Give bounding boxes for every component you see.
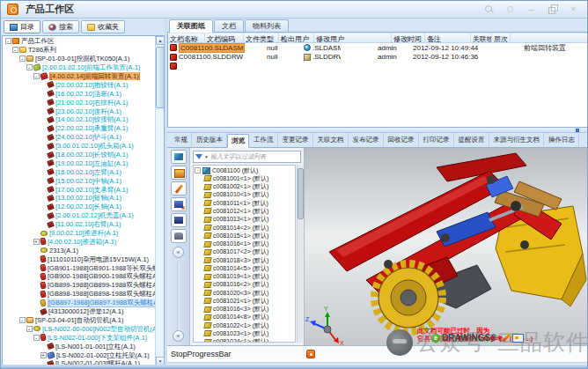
component-row[interactable]: c0081011<1> (默认) [195,199,294,207]
tree-item[interactable]: [11.00.02.10]右臂(A.1) [3,220,164,229]
component-row[interactable]: c0081001<1> (默认) [195,174,294,182]
workspace-tab[interactable]: 搜索 [42,20,79,33]
tree-item[interactable]: [20.00.02.10]抱铰钳(A.1) [3,80,164,89]
column-header[interactable]: 修改用户 [314,33,392,42]
tree-item[interactable]: - [2.00.01.02.10]前端工作装置(A.1) [3,63,164,72]
collapse-left-icon[interactable]: « [173,247,184,258]
column-header[interactable]: 修改时间 [392,33,425,42]
tree-item[interactable]: + [4.00.02.10]推进箱(A.1) [3,237,164,246]
tree-item[interactable]: [GB899-1988]GB899-1988双头螺柱A型 [3,281,164,290]
tree-item[interactable]: + [LS-N002-01-002]立柱托架(A.1) [3,351,164,359]
expand-toggle[interactable]: - [19,55,26,62]
column-header[interactable]: 检出用户 [279,33,314,42]
component-row[interactable]: c0081015<1> (默认) [195,232,294,240]
document-tab[interactable]: 文档 [214,19,244,32]
column-header[interactable]: 关联物料 [471,33,492,42]
markup-pencil-icon[interactable] [171,181,187,196]
close-icon[interactable]: × [569,4,578,14]
components-scrollbar[interactable] [297,165,303,343]
component-row[interactable]: c0081020<3> (默认) [195,289,294,297]
scroll-thumb[interactable] [298,168,304,219]
detail-tab[interactable]: 变更记录 [278,133,313,147]
tree-item[interactable]: [3.00.01.02.10]机头箱(A.1) [3,142,164,151]
component-row[interactable]: c0081013<1> (默认) [195,216,294,224]
tree-item[interactable]: [15.00.02.10]中轴(A.1) [3,176,164,185]
detail-tab[interactable]: 回收记录 [384,133,419,147]
component-row[interactable]: c0081014<2> (默认) [195,224,294,232]
expand-toggle[interactable]: - [33,73,40,79]
tree-item[interactable]: [21.00.02.10]右摆杆(A.1) [3,98,164,107]
expand-toggle[interactable]: - [19,317,26,323]
table-row[interactable] [168,62,587,71]
tree-item[interactable]: [23.00.02.10]连杆(A.1) [3,107,164,115]
tree-item[interactable]: [17.00.02.10]支承臂(A.1) [3,185,164,194]
tree-item[interactable]: [24.00.02.10]铲斗(A.1) [3,133,164,142]
scroll-thumb[interactable] [156,47,165,108]
tree-item[interactable]: [4313000012]弹垫12(A.1) [3,307,164,316]
component-row[interactable]: c0081016<2> (默认) [195,281,294,289]
splitter-handle-icon[interactable] [576,129,579,132]
document-tab[interactable]: 关联图纸 [169,19,213,33]
component-row[interactable]: c0081021<1> (默认) [195,297,294,305]
tree-item[interactable]: - [4.00.02.14]前端回转装置(A.1) [3,72,164,81]
component-row[interactable]: c0081012<1> (默认) [195,207,294,215]
tree-item[interactable]: [19.00.02.10]左油缸(A.1) [3,159,164,167]
tree-item[interactable]: [13.00.02.10]短轴(A.1) [3,194,164,203]
detail-tab[interactable]: 操作日志 [544,133,579,147]
views-icon[interactable] [171,166,187,180]
tree-item[interactable]: - 产品工作区 [3,37,164,46]
expand-toggle[interactable]: + [40,352,47,358]
filter-input[interactable]: ▼ 输入文字以过滤列表 [193,151,301,163]
collapse-bottom-icon[interactable]: « [173,330,184,342]
tree-item[interactable]: [GB898-1988]GB898-1988双头螺柱A型 [3,290,164,299]
expand-toggle[interactable]: + [33,239,40,245]
components-icon[interactable] [171,213,187,227]
restore-icon[interactable] [548,4,557,14]
workspace-tab[interactable]: 收藏夹 [81,20,125,33]
gear-icon[interactable] [505,4,515,14]
expand-toggle[interactable]: - [5,38,11,44]
detail-tab[interactable]: 来源与衍生文档 [489,133,545,147]
column-header[interactable]: 备注 [425,33,471,42]
detail-tab[interactable]: 历史版本 [192,133,227,147]
component-row[interactable]: c0081014<5> (默认) [195,264,294,272]
component-row[interactable]: c0081019<1> (默认) [195,272,294,280]
component-row[interactable]: c0081017<2> (默认) [195,248,294,256]
tree-scrollbar[interactable]: ▲ ▼ [155,36,164,365]
document-tab[interactable]: 物料列表 [245,19,289,32]
tree-item[interactable]: [22.00.02.10]承重臂(A.1) [3,124,164,133]
component-row[interactable]: c0081010<1> (默认) [195,191,294,199]
tree-item[interactable]: [14.00.02.10]铰接销(A.1) [3,115,164,124]
tree-item[interactable]: - T286系列 [3,46,164,55]
tree-item[interactable]: [GB901-1988]GB901-1988等长双头螺柱(A.1) [3,263,164,272]
column-header[interactable]: 层次 [492,33,511,42]
tree-item[interactable]: [16.00.02.10]活塞(A.1) [3,89,164,98]
column-header[interactable]: 文档编码 [205,33,244,42]
tree-item[interactable]: - [LS-N002-00-000]N002型自动切管机(A.1) [3,324,164,333]
tree-item[interactable]: [GB897-1988]GB897-1988双头螺柱A型 [3,299,164,307]
measure-icon[interactable] [171,197,187,211]
search-icon[interactable] [484,4,494,14]
component-row[interactable]: c0081023<1> (默认) [195,329,294,337]
component-row[interactable]: c0081022<1> (默认) [195,321,294,329]
expand-toggle[interactable]: - [195,167,201,173]
tree-item[interactable]: 2313(A.1) [3,246,164,255]
stamp-icon[interactable] [171,229,187,243]
tree-item[interactable]: [18.00.02.10]长铰销(A.1) [3,151,164,159]
expand-toggle[interactable]: - [12,47,18,53]
component-row[interactable]: c0081016<1> (默认) [195,240,294,247]
expand-toggle[interactable]: - [33,335,40,341]
table-row[interactable]: C0081100.SLDDRW null .SLDDRW admin 2012-… [168,53,587,63]
detail-tab[interactable]: 提醒设置 [454,133,489,147]
minimize-icon[interactable]: – [526,4,536,14]
tree-item[interactable]: [2.00.01.02.12]机壳盖(A.1) [3,211,164,220]
detail-tab[interactable]: 关联文档 [313,133,349,147]
tree-item[interactable]: [111010110]杂用电源15V15W(A.1) [3,255,164,263]
detail-tab[interactable]: 常规 [170,133,192,147]
workspace-tab[interactable]: 目录 [4,20,40,33]
tree-item[interactable]: - [SP-03-04-01]自动切管机(A.1) [3,316,164,325]
component-root-row[interactable]: - C0081100 (默认) [195,166,294,174]
detail-tab[interactable]: 打印记录 [419,133,454,147]
component-row[interactable]: c0081016<3> (默认) [195,306,294,314]
column-header[interactable]: 文档名称 [168,33,205,42]
